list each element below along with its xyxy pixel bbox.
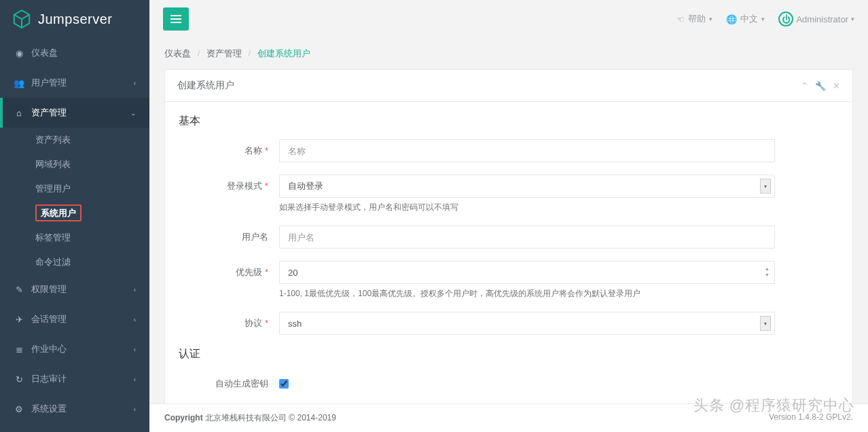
logo[interactable]: Jumpserver <box>0 0 149 38</box>
footer: Copyright 北京堆栈科技有限公司 © 2014-2019 Version… <box>149 403 868 432</box>
section-basic: 基本 <box>179 114 839 128</box>
login-mode-help: 如果选择手动登录模式，用户名和密码可以不填写 <box>279 202 775 213</box>
topbar: ☜ 帮助 ▾ 🌐 中文 ▾ ⏻ Administrator ▾ <box>149 0 868 38</box>
sidebar-item-dashboard[interactable]: ◉ 仪表盘 <box>0 38 149 68</box>
bars-icon <box>170 15 181 23</box>
sidebar-sub-domain-list[interactable]: 网域列表 <box>0 152 149 177</box>
dashboard-icon: ◉ <box>14 48 24 58</box>
sidebar-item-settings[interactable]: ⚙ 系统设置 ‹ <box>0 394 149 424</box>
rocket-icon: ✈ <box>14 314 24 325</box>
globe-icon: 🌐 <box>726 14 737 24</box>
caret-down-icon: ▾ <box>709 16 712 22</box>
version-text: Version 1.4.8-2 GPLv2. <box>769 412 853 424</box>
admin-menu[interactable]: ⏻ Administrator ▾ <box>778 12 854 26</box>
breadcrumb-item[interactable]: 仪表盘 <box>164 48 191 58</box>
chevron-left-icon: ‹ <box>134 286 136 293</box>
chevron-left-icon: ‹ <box>134 346 136 353</box>
chevron-left-icon: ‹ <box>134 406 136 413</box>
sidebar-toggle-button[interactable] <box>163 7 189 31</box>
edit-icon: ✎ <box>14 285 24 295</box>
sidebar-item-assets[interactable]: ⌂ 资产管理 ⌄ <box>0 98 149 128</box>
breadcrumb: 仪表盘 / 资产管理 / 创建系统用户 <box>149 38 868 69</box>
support-icon: ☜ <box>676 14 685 24</box>
priority-input[interactable] <box>279 261 775 284</box>
chevron-left-icon: ‹ <box>134 316 136 323</box>
protocol-select[interactable] <box>279 312 775 335</box>
logo-icon <box>11 8 33 30</box>
username-input[interactable] <box>279 226 775 249</box>
gear-icon: ⚙ <box>14 404 24 414</box>
sidebar-item-jobs[interactable]: ≣ 作业中心 ‹ <box>0 334 149 364</box>
chevron-left-icon: ‹ <box>134 376 136 383</box>
form-panel: 创建系统用户 ⌃ 🔧 ✕ 基本 名称 * 登录模式 * ▾ <box>164 69 853 410</box>
language-link[interactable]: 🌐 中文 ▾ <box>726 13 765 25</box>
help-link[interactable]: ☜ 帮助 ▾ <box>676 13 712 25</box>
history-icon: ↻ <box>14 374 24 384</box>
sidebar: Jumpserver ◉ 仪表盘 👥 用户管理 ‹ ⌂ 资产管理 ⌄ 资产列表 … <box>0 0 149 432</box>
caret-down-icon: ▾ <box>851 16 854 22</box>
content: 仪表盘 / 资产管理 / 创建系统用户 创建系统用户 ⌃ 🔧 ✕ 基本 名称 *… <box>149 38 868 432</box>
sidebar-item-sessions[interactable]: ✈ 会话管理 ‹ <box>0 304 149 334</box>
wrench-icon[interactable]: 🔧 <box>815 81 826 91</box>
close-icon[interactable]: ✕ <box>833 81 840 91</box>
priority-help: 1-100, 1最低优先级，100最高优先级。授权多个用户时，高优先级的系统用户… <box>279 288 775 300</box>
users-icon: 👥 <box>14 78 24 88</box>
breadcrumb-item[interactable]: 资产管理 <box>206 48 242 58</box>
sidebar-sub-cmd-filter[interactable]: 命令过滤 <box>0 250 149 274</box>
autokey-checkbox[interactable] <box>279 379 289 389</box>
sidebar-sub-label[interactable]: 标签管理 <box>0 226 149 250</box>
sidebar-item-audit[interactable]: ↻ 日志审计 ‹ <box>0 364 149 394</box>
inbox-icon: ⌂ <box>14 108 24 118</box>
chevron-left-icon: ‹ <box>134 79 136 87</box>
login-mode-select[interactable] <box>279 175 775 198</box>
panel-title: 创建系统用户 <box>177 79 234 92</box>
breadcrumb-current: 创建系统用户 <box>257 48 310 58</box>
coffee-icon: ≣ <box>14 344 24 355</box>
sidebar-sub-admin-user[interactable]: 管理用户 <box>0 177 149 201</box>
power-icon: ⏻ <box>778 12 793 26</box>
caret-down-icon: ▾ <box>761 16 765 22</box>
chevron-down-icon: ⌄ <box>130 109 136 117</box>
name-input[interactable] <box>279 139 775 162</box>
sidebar-sub-asset-list[interactable]: 资产列表 <box>0 128 149 152</box>
sidebar-item-perms[interactable]: ✎ 权限管理 ‹ <box>0 274 149 304</box>
brand-text: Jumpserver <box>38 12 112 27</box>
section-auth: 认证 <box>179 347 839 361</box>
sidebar-item-users[interactable]: 👥 用户管理 ‹ <box>0 68 149 98</box>
sidebar-sub-system-user[interactable]: 系统用户 <box>0 201 149 226</box>
panel-header: 创建系统用户 ⌃ 🔧 ✕ <box>165 70 852 102</box>
collapse-icon[interactable]: ⌃ <box>801 81 808 91</box>
